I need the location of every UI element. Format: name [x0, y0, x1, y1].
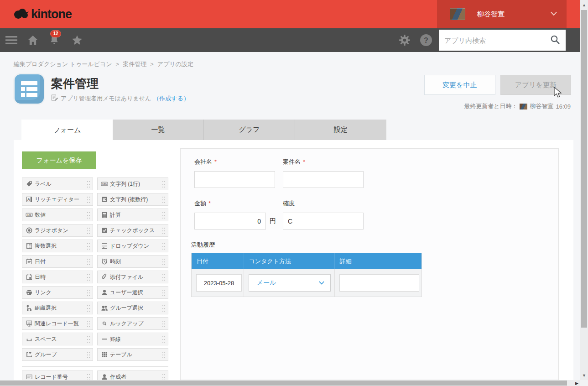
palette-item-label: レコード番号 [35, 373, 68, 381]
palette-item[interactable]: テーブル [97, 348, 168, 361]
subtable-column-header: コンタクト方法 [244, 253, 335, 269]
update-app-button[interactable]: アプリを更新 [500, 75, 571, 95]
form-field-probability: 確度 [283, 199, 371, 230]
drag-handle-dots [87, 289, 90, 296]
palette-item[interactable]: ラジオボタン [22, 224, 93, 237]
home-icon[interactable] [25, 28, 41, 52]
drag-handle-dots [87, 335, 90, 343]
breadcrumb-separator: > [116, 61, 120, 68]
deal-input[interactable] [283, 171, 364, 188]
palette-item[interactable]: 複数選択 [22, 240, 93, 252]
user-menu[interactable]: 柳谷智宣 [437, 0, 567, 28]
palette-item-label: 文字列 (複数行) [110, 196, 148, 203]
drag-handle-dots [87, 196, 90, 203]
palette-item-label: 文字列 (1行) [110, 180, 140, 188]
breadcrumb-item[interactable]: アプリの設定 [157, 61, 193, 68]
date-icon [26, 258, 35, 265]
palette-item[interactable]: 組織選択 [22, 302, 93, 314]
tab-一覧[interactable]: 一覧 [113, 120, 204, 140]
datetime-icon [26, 273, 35, 281]
favorites-star-icon[interactable] [68, 28, 86, 52]
drag-handle-dots [87, 273, 90, 281]
palette-item[interactable]: ルックアップ [97, 317, 168, 330]
subtable-cell-date [192, 269, 244, 297]
horizontal-scroll-thumb[interactable] [0, 381, 567, 386]
save-form-button[interactable]: フォームを保存 [22, 151, 96, 169]
scroll-up-arrow[interactable]: ▲ [580, 1, 588, 9]
palette-item-label: 関連レコード一覧 [35, 320, 79, 328]
palette-item[interactable]: グループ選択 [97, 302, 168, 314]
palette-item[interactable]: 時刻 [97, 255, 168, 268]
palette-item[interactable]: 関連レコード一覧 [22, 317, 93, 330]
dropdown-icon [101, 242, 110, 250]
group-icon [26, 351, 35, 358]
vertical-scroll-thumb[interactable] [581, 10, 587, 328]
search-icon [550, 35, 560, 46]
checkbox-icon [101, 227, 110, 234]
probability-input[interactable] [283, 213, 364, 230]
palette-item[interactable]: 計算 [97, 209, 168, 221]
gear-icon[interactable] [397, 28, 412, 52]
last-updated-avatar [520, 104, 527, 110]
calc-icon [101, 211, 110, 219]
palette-item[interactable]: リンク [22, 286, 93, 299]
palette-item[interactable]: レコード番号 [22, 370, 93, 380]
tab-グラフ[interactable]: グラフ [204, 120, 295, 140]
detail-input[interactable] [339, 274, 419, 292]
group-select-icon [101, 304, 110, 312]
label-tag-icon [26, 180, 35, 188]
palette-item[interactable]: 日時 [22, 271, 93, 283]
contact-method-dropdown[interactable]: メール [249, 274, 331, 292]
company-input[interactable] [194, 171, 275, 188]
palette-item[interactable]: 作成者 [97, 370, 168, 380]
subtable-header: 日付コンタクト方法詳細 [192, 253, 421, 269]
help-icon[interactable]: ? [418, 28, 434, 52]
palette-item[interactable]: ユーザー選択 [97, 286, 168, 299]
radio-icon [26, 227, 35, 234]
palette-item-label: 計算 [110, 211, 121, 219]
last-updated-info: 最終更新者と日時： 柳谷智宣 16:09 [464, 102, 571, 110]
palette-item-label: 作成者 [110, 373, 126, 381]
user-select-icon [101, 289, 110, 296]
last-updated-label: 最終更新者と日時： [464, 102, 517, 110]
palette-item[interactable]: Aリッチエディター [22, 193, 93, 206]
palette-item[interactable]: 文字列 (複数行) [97, 193, 168, 206]
palette-item[interactable]: ラベル [22, 177, 93, 190]
tab-フォーム[interactable]: フォーム [21, 120, 113, 141]
palette-item[interactable]: 添付ファイル [97, 271, 168, 283]
memo-create-link[interactable]: （作成する） [153, 94, 189, 103]
global-navbar: 12 ? [0, 28, 580, 52]
palette-item[interactable]: グループ [22, 348, 93, 361]
date-input[interactable] [196, 274, 242, 292]
record-number-icon [26, 373, 35, 380]
drag-handle-dots [162, 273, 166, 281]
palette-item[interactable]: スペース [22, 333, 93, 345]
page-title: 案件管理 [51, 76, 99, 92]
tab-設定[interactable]: 設定 [295, 120, 386, 140]
dropdown-selected-value: メール [257, 279, 318, 287]
breadcrumb-item[interactable]: 案件管理 [123, 61, 146, 68]
palette-item[interactable]: 罫線 [97, 333, 168, 345]
palette-item[interactable]: 123数値 [22, 209, 93, 221]
breadcrumb-item[interactable]: 編集プロダクション トゥールビヨン [14, 61, 112, 68]
palette-item[interactable]: 日付 [22, 255, 93, 268]
field-label: 金額 [194, 200, 206, 207]
palette-item[interactable]: チェックボックス [97, 224, 168, 237]
lookup-icon [101, 320, 110, 327]
search-input[interactable] [439, 30, 544, 51]
hamburger-menu-icon[interactable] [4, 28, 19, 52]
palette-item[interactable]: ABC文字列 (1行) [97, 177, 168, 190]
drag-handle-dots [162, 180, 166, 188]
search-button[interactable] [544, 30, 566, 51]
palette-item-label: 時刻 [110, 258, 121, 266]
amount-input[interactable] [194, 213, 266, 230]
kintone-logo[interactable]: kintone [13, 6, 72, 22]
link-globe-icon [26, 289, 35, 296]
form-field-company: 会社名* [194, 158, 283, 188]
palette-item-label: ラジオボタン [35, 227, 68, 235]
scroll-down-arrow[interactable]: ▼ [580, 371, 588, 379]
palette-item[interactable]: ドロップダウン [97, 240, 168, 252]
scroll-right-arrow[interactable]: ▶ [575, 380, 578, 386]
cancel-changes-button[interactable]: 変更を中止 [424, 75, 495, 95]
table-icon [101, 351, 110, 358]
